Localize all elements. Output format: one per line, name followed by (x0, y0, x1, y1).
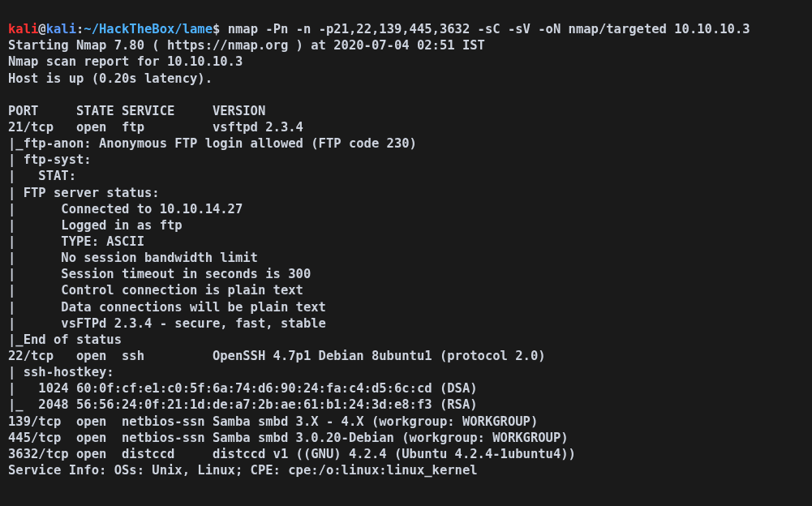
output-line: |_ftp-anon: Anonymous FTP login allowed … (8, 136, 417, 151)
output-line: Service Info: OSs: Unix, Linux; CPE: cpe… (8, 463, 478, 478)
terminal-window[interactable]: kali@kali:~/HackTheBox/lame$ nmap -Pn -n… (0, 0, 812, 487)
output-line: 139/tcp open netbios-ssn Samba smbd 3.X … (8, 414, 538, 429)
output-line: | Session timeout in seconds is 300 (8, 267, 311, 281)
output-line: Host is up (0.20s latency). (8, 71, 213, 86)
prompt-line: kali@kali:~/HackTheBox/lame$ nmap -Pn -n… (8, 22, 750, 36)
output-line: | FTP server status: (8, 186, 160, 200)
output-line: | Logged in as ftp (8, 218, 183, 233)
output-line: | vsFTPd 2.3.4 - secure, fast, stable (8, 316, 326, 331)
prompt-dollar: $ (213, 22, 220, 36)
prompt-sep: : (76, 22, 84, 36)
output-line: 22/tcp open ssh OpenSSH 4.7p1 Debian 8ub… (8, 349, 546, 363)
output-line: | Data connections will be plain text (8, 300, 326, 315)
command-input[interactable]: nmap -Pn -n -p21,22,139,445,3632 -sC -sV… (220, 22, 750, 36)
output-line: Starting Nmap 7.80 ( https://nmap.org ) … (8, 38, 485, 53)
output-line: | TYPE: ASCII (8, 234, 144, 249)
output-line: | No session bandwidth limit (8, 251, 258, 265)
output-line: | Control connection is plain text (8, 283, 303, 298)
output-line: | Connected to 10.10.14.27 (8, 202, 243, 217)
output-line: |_End of status (8, 332, 122, 347)
prompt-at: @ (38, 22, 45, 36)
output-line: |_ 2048 56:56:24:0f:21:1d:de:a7:2b:ae:61… (8, 397, 478, 412)
prompt-user: kali (8, 22, 38, 36)
output-line: 445/tcp open netbios-ssn Samba smbd 3.0.… (8, 431, 569, 445)
output-line: | ftp-syst: (8, 152, 99, 167)
output-line: 21/tcp open ftp vsftpd 2.3.4 (8, 120, 303, 135)
output-line: | 1024 60:0f:cf:e1:c0:5f:6a:74:d6:90:24:… (8, 381, 478, 396)
prompt-host: kali (46, 22, 76, 36)
prompt-path: ~/HackTheBox/lame (84, 22, 213, 36)
output-line: PORT STATE SERVICE VERSION (8, 104, 265, 118)
output-line: | ssh-hostkey: (8, 365, 122, 380)
output-line: Nmap scan report for 10.10.10.3 (8, 54, 243, 69)
output-line: | STAT: (8, 169, 84, 183)
output-line: 3632/tcp open distccd distccd v1 ((GNU) … (8, 447, 576, 461)
